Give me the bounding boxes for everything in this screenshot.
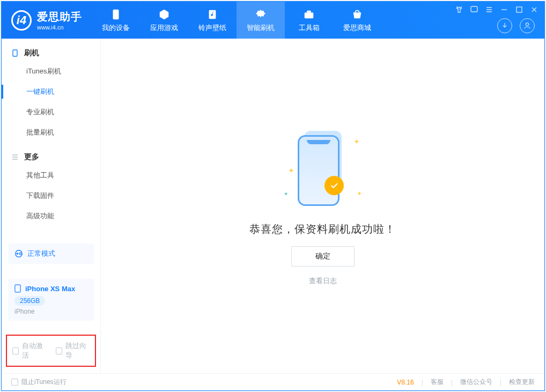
nav-toolbox[interactable]: 工具箱 xyxy=(285,2,333,39)
version-label: V8.16 xyxy=(397,379,414,386)
check-update-link[interactable]: 检查更新 xyxy=(509,378,535,387)
checkbox-block-itunes[interactable]: 阻止iTunes运行 xyxy=(11,378,67,387)
checkbox-skip-guide[interactable]: 跳过向导 xyxy=(56,341,90,360)
svg-point-6 xyxy=(526,23,528,26)
sidebar: 刷机 iTunes刷机 一键刷机 专业刷机 批量刷机 更多 其他工具 下载固件 … xyxy=(2,39,101,373)
confirm-button[interactable]: 确定 xyxy=(291,246,355,267)
nav-my-device[interactable]: 我的设备 xyxy=(92,2,140,39)
options-box: 自动激活 跳过向导 xyxy=(6,335,96,367)
section-title: 更多 xyxy=(24,152,39,162)
checkmark-badge-icon xyxy=(324,176,344,195)
success-illustration: ✦ ✦ ✦ ✦ xyxy=(283,127,363,212)
app-window: i4 爱思助手 www.i4.cn 我的设备 应用游戏 铃声壁纸 智能刷机 xyxy=(1,1,545,391)
checkbox-icon xyxy=(11,379,18,386)
nav-label: 工具箱 xyxy=(299,23,320,33)
sparkle-icon: ✦ xyxy=(284,191,288,197)
logo-icon: i4 xyxy=(11,10,32,31)
nav-ringtones-wallpapers[interactable]: 铃声壁纸 xyxy=(188,2,237,39)
section-header-flash: 刷机 xyxy=(2,39,100,61)
section-title: 刷机 xyxy=(24,48,39,58)
shirt-icon[interactable] xyxy=(455,6,463,13)
maximize-button[interactable] xyxy=(515,6,523,13)
wechat-link[interactable]: 微信公众号 xyxy=(460,378,492,387)
list-icon xyxy=(11,153,19,161)
device-phone-icon xyxy=(14,284,21,293)
nav-label: 铃声壁纸 xyxy=(198,23,226,33)
app-url: www.i4.cn xyxy=(37,24,82,31)
nav-label: 应用游戏 xyxy=(150,23,178,33)
phone-icon xyxy=(109,8,122,21)
footer-right: V8.16 | 客服 | 微信公众号 | 检查更新 xyxy=(397,378,535,387)
nav-shop[interactable]: 爱思商城 xyxy=(333,2,381,39)
svg-rect-4 xyxy=(471,6,477,12)
svg-rect-5 xyxy=(517,7,522,12)
svg-rect-2 xyxy=(305,12,314,18)
nav-smart-flash[interactable]: 智能刷机 xyxy=(237,2,285,39)
sparkle-icon: ✦ xyxy=(353,137,360,146)
phone-small-icon xyxy=(11,49,19,57)
header: i4 爱思助手 www.i4.cn 我的设备 应用游戏 铃声壁纸 智能刷机 xyxy=(2,2,544,39)
nav-label: 智能刷机 xyxy=(247,23,275,33)
mode-icon xyxy=(14,249,23,258)
close-button[interactable] xyxy=(530,6,538,13)
feedback-icon[interactable] xyxy=(470,6,478,13)
sidebar-item-batch-flash[interactable]: 批量刷机 xyxy=(2,122,100,143)
svg-point-9 xyxy=(17,253,19,255)
sparkle-icon: ✦ xyxy=(288,166,294,175)
sparkle-icon: ✦ xyxy=(357,190,362,197)
checkbox-label: 自动激活 xyxy=(22,341,46,360)
device-name: iPhone XS Max xyxy=(25,285,75,293)
device-storage: 256GB xyxy=(14,296,45,306)
checkbox-icon xyxy=(12,347,19,354)
gear-icon xyxy=(254,8,267,21)
music-icon xyxy=(206,8,219,21)
svg-rect-7 xyxy=(13,50,17,56)
view-log-link[interactable]: 查看日志 xyxy=(309,276,337,286)
sidebar-item-other-tools[interactable]: 其他工具 xyxy=(2,165,100,186)
device-info-box[interactable]: iPhone XS Max 256GB iPhone xyxy=(8,279,94,321)
sidebar-item-advanced[interactable]: 高级功能 xyxy=(2,206,100,226)
section-header-more: 更多 xyxy=(2,143,100,165)
top-nav: 我的设备 应用游戏 铃声壁纸 智能刷机 工具箱 爱思商城 xyxy=(92,2,381,39)
header-right xyxy=(497,18,535,33)
main-content: ✦ ✦ ✦ ✦ 恭喜您，保资料刷机成功啦！ 确定 查看日志 xyxy=(101,39,544,373)
svg-rect-3 xyxy=(307,10,311,12)
nav-apps-games[interactable]: 应用游戏 xyxy=(140,2,188,39)
checkbox-icon xyxy=(56,347,62,354)
svg-rect-0 xyxy=(113,9,119,19)
download-button[interactable] xyxy=(497,18,512,33)
checkbox-auto-activate[interactable]: 自动激活 xyxy=(12,341,46,360)
support-link[interactable]: 客服 xyxy=(431,378,444,387)
sidebar-item-oneclick-flash[interactable]: 一键刷机 xyxy=(2,82,100,102)
menu-icon[interactable] xyxy=(485,6,493,13)
svg-rect-11 xyxy=(15,285,20,292)
nav-label: 爱思商城 xyxy=(343,23,371,33)
sidebar-item-pro-flash[interactable]: 专业刷机 xyxy=(2,102,100,122)
app-name: 爱思助手 xyxy=(37,10,82,24)
logo-block: i4 爱思助手 www.i4.cn xyxy=(2,2,92,39)
nav-label: 我的设备 xyxy=(102,23,130,33)
result-title: 恭喜您，保资料刷机成功啦！ xyxy=(249,222,396,236)
toolbox-icon xyxy=(302,8,315,21)
device-mode-box[interactable]: 正常模式 xyxy=(8,243,94,264)
window-controls xyxy=(455,6,538,13)
checkbox-label: 阻止iTunes运行 xyxy=(21,378,67,387)
minimize-button[interactable] xyxy=(500,6,508,13)
body: 刷机 iTunes刷机 一键刷机 专业刷机 批量刷机 更多 其他工具 下载固件 … xyxy=(2,39,544,373)
footer-left: 阻止iTunes运行 xyxy=(11,378,67,387)
account-button[interactable] xyxy=(520,18,535,33)
mode-label: 正常模式 xyxy=(27,249,55,258)
sidebar-item-itunes-flash[interactable]: iTunes刷机 xyxy=(2,61,100,82)
sidebar-item-download-firmware[interactable]: 下载固件 xyxy=(2,186,100,206)
footer: 阻止iTunes运行 V8.16 | 客服 | 微信公众号 | 检查更新 xyxy=(2,373,544,390)
shop-icon xyxy=(351,8,364,21)
device-model: iPhone xyxy=(14,308,87,315)
svg-point-10 xyxy=(19,253,21,255)
checkbox-label: 跳过向导 xyxy=(65,341,90,360)
cube-icon xyxy=(158,8,171,21)
